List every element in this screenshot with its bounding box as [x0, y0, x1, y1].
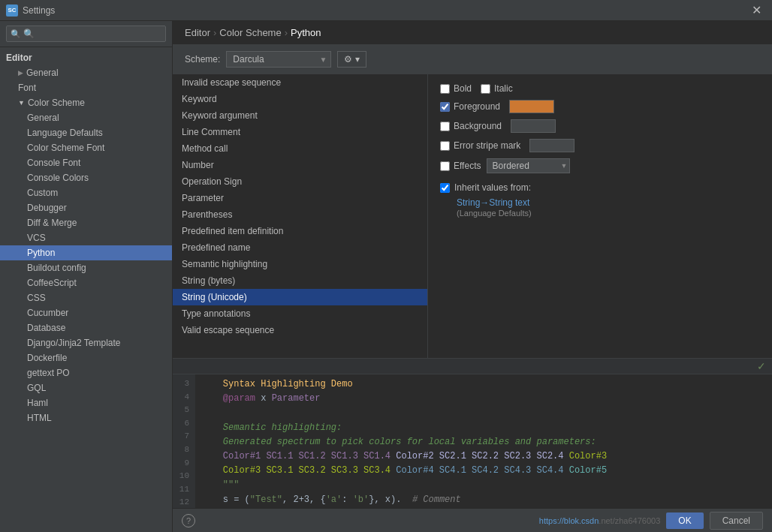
sidebar-item-diff-merge[interactable]: Diff & Merge — [0, 215, 172, 230]
list-item-keyword-arg[interactable]: Keyword argument — [173, 107, 427, 124]
effects-label[interactable]: Effects — [454, 161, 481, 171]
code-line-11: s = ("Test", 2+3, {'a': 'b'}, x). # Comm… — [201, 493, 766, 507]
italic-checkbox[interactable] — [481, 84, 490, 94]
bold-label[interactable]: Bold — [454, 83, 472, 94]
inherit-link-row: String→String text (Language Defaults) — [440, 197, 760, 218]
background-label[interactable]: Background — [454, 121, 502, 131]
list-item-predefined-item[interactable]: Predefined item definition — [173, 223, 427, 239]
foreground-color-swatch[interactable] — [509, 100, 554, 113]
error-stripe-checkbox[interactable] — [440, 141, 450, 151]
list-item-type-annotations[interactable]: Type annotations — [173, 305, 427, 322]
search-box: 🔍 — [0, 21, 172, 47]
background-checkbox-wrapper: Background — [440, 121, 502, 131]
error-stripe-row: Error stripe mark — [440, 139, 760, 152]
list-item-operation-sign[interactable]: Operation Sign — [173, 173, 427, 190]
background-row: Background — [440, 119, 760, 133]
list-item-string-bytes[interactable]: String (bytes) — [173, 272, 427, 289]
inherit-checkbox[interactable] — [440, 183, 450, 193]
list-item-number[interactable]: Number — [173, 157, 427, 173]
url-display: https://blok.csdn.net/zha6476003 — [539, 516, 660, 525]
editor-label: Editor — [6, 53, 32, 63]
sidebar-item-dockerfile[interactable]: Dockerfile — [0, 350, 172, 365]
list-item-method-call[interactable]: Method call — [173, 140, 427, 157]
code-line-6: Semantic highlighting: — [201, 421, 766, 435]
list-item-valid-escape[interactable]: Valid escape sequence — [173, 322, 427, 338]
list-item-parameter[interactable]: Parameter — [173, 190, 427, 206]
effects-row: Effects Bordered Underline Bold underlin… — [440, 158, 760, 173]
sidebar-item-buildout[interactable]: Buildout config — [0, 260, 172, 275]
code-line-7: Generated spectrum to pick colors for lo… — [201, 435, 766, 449]
sidebar-item-django[interactable]: Django/Jinja2 Template — [0, 335, 172, 350]
preview-check-icon[interactable]: ✓ — [757, 360, 766, 372]
inherit-label[interactable]: Inherit values from: — [454, 182, 531, 193]
sidebar-item-font[interactable]: Font — [0, 80, 172, 95]
sidebar-item-console-font[interactable]: Console Font — [0, 155, 172, 170]
foreground-checkbox-wrapper: Foreground — [440, 101, 500, 112]
sidebar-item-html[interactable]: HTML — [0, 410, 172, 425]
breadcrumb-python[interactable]: Python — [291, 27, 321, 38]
sidebar-item-cucumber[interactable]: Cucumber — [0, 305, 172, 320]
close-button[interactable]: ✕ — [747, 3, 766, 18]
list-item-parentheses[interactable]: Parentheses — [173, 206, 427, 223]
bold-checkbox-wrapper: Bold — [440, 83, 472, 94]
effects-select-wrapper: Bordered Underline Bold underline Wave u… — [487, 158, 570, 173]
list-item-invalid-escape[interactable]: Invalid escape sequence — [173, 74, 427, 91]
scheme-gear-button[interactable]: ⚙ ▾ — [337, 51, 366, 68]
sidebar-item-gql[interactable]: GQL — [0, 380, 172, 395]
cancel-button[interactable]: Cancel — [710, 512, 763, 530]
preview-panel: ✓ 3 4 5 6 7 8 9 10 11 12 13 — [173, 358, 772, 508]
sidebar-item-custom[interactable]: Custom — [0, 185, 172, 200]
foreground-label[interactable]: Foreground — [454, 101, 500, 112]
sidebar-section-editor: Editor — [0, 50, 172, 65]
error-stripe-label[interactable]: Error stripe mark — [454, 140, 520, 151]
bottom-right: https://blok.csdn.net/zha6476003 OK Canc… — [539, 512, 763, 530]
help-button[interactable]: ? — [182, 514, 195, 527]
main-container: 🔍 Editor ▶ General Font ▼ Color Scheme G… — [0, 21, 772, 532]
sidebar-item-gettext[interactable]: gettext PO — [0, 365, 172, 380]
sidebar-item-css[interactable]: CSS — [0, 290, 172, 305]
effects-checkbox-wrapper: Effects — [440, 161, 481, 171]
background-color-swatch[interactable] — [511, 119, 556, 133]
search-wrapper: 🔍 — [6, 26, 166, 42]
sidebar-item-cs-font[interactable]: Color Scheme Font — [0, 140, 172, 155]
ok-button[interactable]: OK — [666, 512, 703, 529]
search-icon: 🔍 — [11, 29, 21, 39]
inherit-link[interactable]: String→String text — [457, 197, 529, 208]
foreground-checkbox[interactable] — [440, 102, 450, 112]
effects-checkbox[interactable] — [440, 161, 450, 171]
search-input[interactable] — [6, 26, 166, 42]
sidebar-item-cs-general[interactable]: General — [0, 110, 172, 125]
sidebar-item-database[interactable]: Database — [0, 320, 172, 335]
list-item-keyword[interactable]: Keyword — [173, 91, 427, 107]
sidebar-item-colorscheme[interactable]: ▼ Color Scheme — [0, 95, 172, 110]
sidebar-tree: Editor ▶ General Font ▼ Color Scheme Gen… — [0, 47, 172, 532]
italic-label[interactable]: Italic — [494, 83, 513, 94]
breadcrumb-editor[interactable]: Editor — [185, 27, 210, 38]
scheme-select[interactable]: Default Darcula High contrast IntelliJ L… — [226, 51, 331, 68]
sidebar-item-coffeescript[interactable]: CoffeeScript — [0, 275, 172, 290]
list-item-semantic[interactable]: Semantic highlighting — [173, 256, 427, 272]
sidebar-item-console-colors[interactable]: Console Colors — [0, 170, 172, 185]
code-line-4: @param x Parameter — [201, 392, 766, 406]
error-stripe-color-swatch[interactable] — [529, 139, 574, 152]
breadcrumb-sep1: › — [213, 27, 216, 38]
scheme-label: Scheme: — [185, 54, 220, 65]
sidebar-item-haml[interactable]: Haml — [0, 395, 172, 410]
scheme-select-wrapper: Default Darcula High contrast IntelliJ L… — [226, 51, 331, 68]
sidebar-item-label: General — [26, 68, 59, 78]
code-line-9: Color#3 SC3.1 SC3.2 SC3.3 SC3.4 Color#4 … — [201, 464, 766, 478]
list-item-line-comment[interactable]: Line Comment — [173, 124, 427, 140]
sidebar-item-debugger[interactable]: Debugger — [0, 200, 172, 215]
effects-select[interactable]: Bordered Underline Bold underline Wave u… — [487, 158, 570, 173]
list-item-predefined-name[interactable]: Predefined name — [173, 239, 427, 256]
background-checkbox[interactable] — [440, 122, 450, 131]
inherit-sub: (Language Defaults) — [457, 209, 532, 218]
sidebar-item-lang-defaults[interactable]: Language Defaults — [0, 125, 172, 140]
bold-checkbox[interactable] — [440, 84, 450, 94]
list-item-string-unicode[interactable]: String (Unicode) — [173, 289, 427, 305]
split-panel: Invalid escape sequence Keyword Keyword … — [173, 74, 772, 358]
breadcrumb-colorscheme[interactable]: Color Scheme — [219, 27, 281, 38]
sidebar-item-vcs[interactable]: VCS — [0, 230, 172, 245]
sidebar-item-general[interactable]: ▶ General — [0, 65, 172, 80]
sidebar-item-python[interactable]: Python — [0, 245, 172, 260]
